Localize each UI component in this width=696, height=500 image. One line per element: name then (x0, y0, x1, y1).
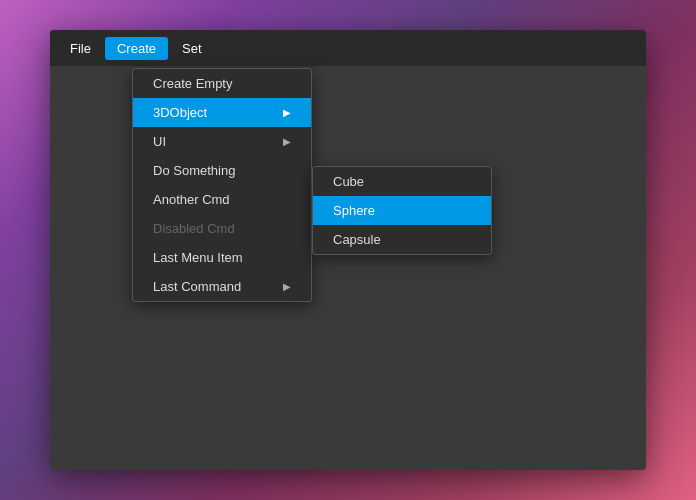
menu-create[interactable]: Create (105, 37, 168, 60)
menu-item-last-command[interactable]: Last Command ▶ (133, 272, 311, 301)
menu-item-3dobject[interactable]: 3DObject ▶ (133, 98, 311, 127)
menu-item-do-something[interactable]: Do Something (133, 156, 311, 185)
submenu-item-cube[interactable]: Cube (313, 167, 491, 196)
submenu-3dobject: Cube Sphere Capsule (312, 166, 492, 255)
menubar: File Create Set (50, 30, 646, 66)
menu-set[interactable]: Set (170, 37, 214, 60)
chevron-right-icon: ▶ (283, 107, 291, 118)
menu-item-disabled-cmd: Disabled Cmd (133, 214, 311, 243)
menu-file[interactable]: File (58, 37, 103, 60)
window: File Create Set Create Empty 3DObject ▶ … (50, 30, 646, 470)
primary-dropdown: Create Empty 3DObject ▶ UI ▶ Do Somethin… (132, 68, 312, 302)
background: File Create Set Create Empty 3DObject ▶ … (0, 0, 696, 500)
chevron-right-icon: ▶ (283, 281, 291, 292)
submenu-item-capsule[interactable]: Capsule (313, 225, 491, 254)
menu-item-last-menu-item[interactable]: Last Menu Item (133, 243, 311, 272)
submenu-item-sphere[interactable]: Sphere (313, 196, 491, 225)
content-area: Create Empty 3DObject ▶ UI ▶ Do Somethin… (50, 66, 646, 470)
menu-item-another-cmd[interactable]: Another Cmd (133, 185, 311, 214)
menu-item-create-empty[interactable]: Create Empty (133, 69, 311, 98)
menu-item-ui[interactable]: UI ▶ (133, 127, 311, 156)
chevron-right-icon: ▶ (283, 136, 291, 147)
